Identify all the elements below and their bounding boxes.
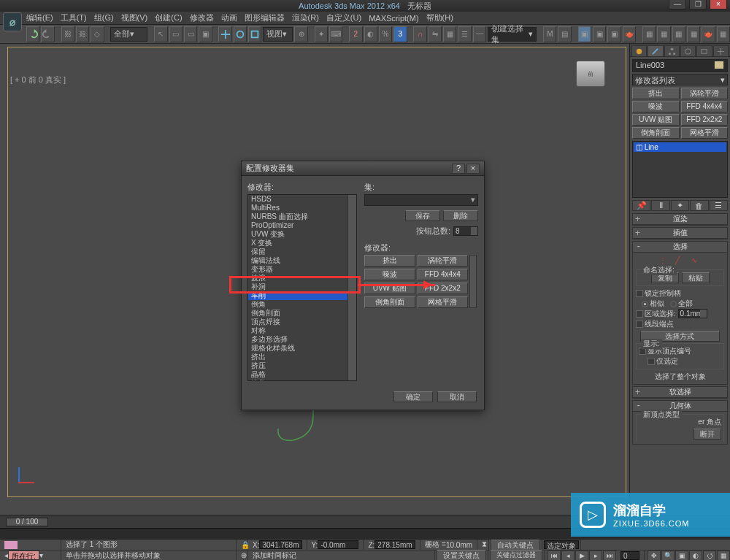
refcoord-dropdown[interactable]: 视图 ▾ [263, 27, 293, 42]
set-slot-button[interactable]: FFD 2x2x2 [418, 283, 469, 294]
area-spinner[interactable]: 0.1mm [678, 309, 707, 318]
app-logo[interactable]: ⌀ [3, 12, 22, 31]
time-tag-icon[interactable]: ⊕ [237, 551, 248, 560]
menu-help[interactable]: 帮助(H) [426, 12, 453, 23]
set-slot-button[interactable]: FFD 4x4x4 [418, 269, 469, 280]
set-slot-button[interactable]: 噪波 [364, 269, 415, 280]
modifier-item[interactable]: 编辑法线 [248, 256, 347, 265]
modifier-item[interactable]: HSDS [248, 195, 347, 204]
menu-create[interactable]: 创建(C) [155, 12, 182, 23]
modifier-item[interactable]: 补洞 [248, 283, 347, 291]
remove-mod-button[interactable]: 🗑 [690, 200, 708, 211]
window-crossing-button[interactable]: ▣ [199, 26, 212, 42]
set-slot-button[interactable]: 网格平滑 [418, 296, 469, 308]
d-button[interactable]: ▦ [687, 26, 700, 42]
save-set-button[interactable]: 保存 [405, 210, 440, 221]
nav-zoomext-button[interactable]: ▣ [675, 551, 688, 561]
tab-display[interactable] [696, 45, 712, 57]
scene-explorer-button[interactable]: ▤ [558, 26, 571, 42]
menu-modifier[interactable]: 修改器 [190, 12, 214, 23]
close-button[interactable]: × [710, 0, 727, 9]
modbtn-uvw[interactable]: UVW 贴图 [632, 114, 680, 126]
modbtn-extrude[interactable]: 挤出 [632, 88, 680, 99]
modifier-item[interactable]: 对称 [248, 326, 347, 335]
modifier-item[interactable]: 变形器 [248, 265, 347, 274]
teapot-button[interactable]: 🫖 [702, 26, 715, 42]
modifier-listbox[interactable]: HSDSMultiResNURBS 曲面选择ProOptimizerUVW 变换… [247, 194, 357, 381]
rollout-softsel[interactable]: 软选择 [633, 387, 727, 398]
quick-render-button[interactable]: 🫖 [623, 26, 636, 42]
a-button[interactable]: ▦ [642, 26, 656, 42]
modbtn-noise[interactable]: 噪波 [632, 101, 680, 112]
modifier-item[interactable]: 规格化样条线 [248, 344, 347, 353]
snap-angle-button[interactable]: ◐ [364, 26, 377, 42]
rollout-render[interactable]: 渲染 [633, 214, 727, 225]
play-button[interactable]: ▶ [575, 551, 588, 561]
current-frame-field[interactable]: 0 [620, 551, 639, 560]
material-editor-button[interactable]: ▣ [578, 26, 591, 42]
modifier-item[interactable]: NURBS 曲面选择 [248, 212, 347, 221]
modifier-item[interactable]: UVW 变换 [248, 230, 347, 239]
named-sel-dropdown[interactable]: 创建选择集 ▾ [488, 27, 537, 42]
link-button[interactable]: ⛓ [61, 26, 74, 42]
break-button[interactable]: 断开 [694, 429, 721, 440]
tab-create[interactable] [631, 45, 647, 57]
delete-set-button[interactable]: 删除 [443, 210, 478, 221]
undo-button[interactable] [26, 26, 39, 42]
keyfilter-button[interactable]: 关键点过滤器 [490, 550, 542, 560]
modbtn-ffd4[interactable]: FFD 4x4x4 [681, 101, 729, 112]
menu-tools[interactable]: 工具(T) [61, 12, 87, 23]
modbtn-turbosmooth[interactable]: 涡轮平滑 [681, 88, 729, 99]
grid-scrollbar[interactable] [469, 255, 477, 308]
maximize-button[interactable]: ❐ [689, 0, 707, 9]
unique-button[interactable]: ✦ [671, 200, 689, 211]
paste-sel-button[interactable]: 粘贴 [682, 272, 710, 283]
render-frame-button[interactable]: ▣ [607, 26, 620, 42]
coord-x[interactable]: 3041.768m [259, 540, 301, 549]
modifier-item[interactable]: ProOptimizer [248, 221, 347, 230]
modifier-item[interactable]: X 变换 [248, 239, 347, 248]
list-scrollbar[interactable] [347, 195, 356, 380]
prev-frame-button[interactable]: ◂ [561, 551, 575, 561]
object-color-swatch[interactable] [714, 61, 724, 69]
setkey-button[interactable]: 设置关键点 [437, 550, 486, 560]
stack-item-line[interactable]: ◫ Line [634, 142, 726, 152]
modifier-item[interactable]: 镜像 [248, 379, 347, 381]
menu-maxscript[interactable]: MAXScript(M) [369, 14, 418, 23]
menu-render[interactable]: 渲染(R) [292, 12, 319, 23]
menu-edit[interactable]: 编辑(E) [26, 12, 53, 23]
ok-button[interactable]: 确定 [393, 391, 433, 402]
e-button[interactable]: ▦ [717, 26, 730, 42]
tab-modify[interactable] [648, 45, 663, 57]
rollout-interp[interactable]: 插值 [633, 228, 727, 239]
layers-button[interactable]: ☰ [458, 26, 471, 42]
coord-z[interactable]: 278.15mm [374, 540, 415, 549]
select-region-button[interactable]: ▭ [184, 26, 197, 42]
menu-anim[interactable]: 动画 [221, 12, 237, 23]
modbtn-meshsmooth[interactable]: 网格平滑 [681, 127, 729, 139]
minimize-button[interactable]: — [669, 0, 686, 9]
keymode-button[interactable]: ⌨ [329, 26, 342, 42]
modbtn-ffd2[interactable]: FFD 2x2x2 [681, 114, 729, 126]
nav-pan-button[interactable]: ✥ [648, 551, 661, 561]
bind-button[interactable]: ◇ [91, 26, 104, 42]
all-radio[interactable] [670, 301, 677, 307]
seg-end-check[interactable] [636, 321, 643, 328]
object-name-field[interactable]: Line003 [632, 59, 728, 72]
rollout-selection[interactable]: 选择 [633, 242, 727, 253]
tab-motion[interactable] [680, 45, 696, 57]
modifier-item[interactable]: 波浪 [248, 274, 347, 283]
set-slot-button[interactable]: 涡轮平滑 [418, 255, 469, 266]
similar-radio[interactable] [642, 301, 648, 307]
snap-pct-button[interactable]: % [379, 26, 392, 42]
time-config-icon[interactable]: ⧗ [477, 540, 489, 550]
menu-view[interactable]: 视图(V) [121, 12, 148, 23]
autokey-button[interactable]: 自动关键点 [491, 540, 540, 551]
modifier-item[interactable]: 倒角剖面 [248, 309, 347, 318]
nav-orbit-button[interactable]: ⭯ [703, 551, 716, 561]
nav-max-button[interactable]: ▦ [717, 551, 730, 561]
lock-handles-check[interactable] [636, 290, 643, 297]
coord-y[interactable]: -0.0mm [318, 540, 358, 549]
pin-stack-button[interactable]: 📌 [632, 200, 650, 211]
c-button[interactable]: ▦ [672, 26, 685, 42]
